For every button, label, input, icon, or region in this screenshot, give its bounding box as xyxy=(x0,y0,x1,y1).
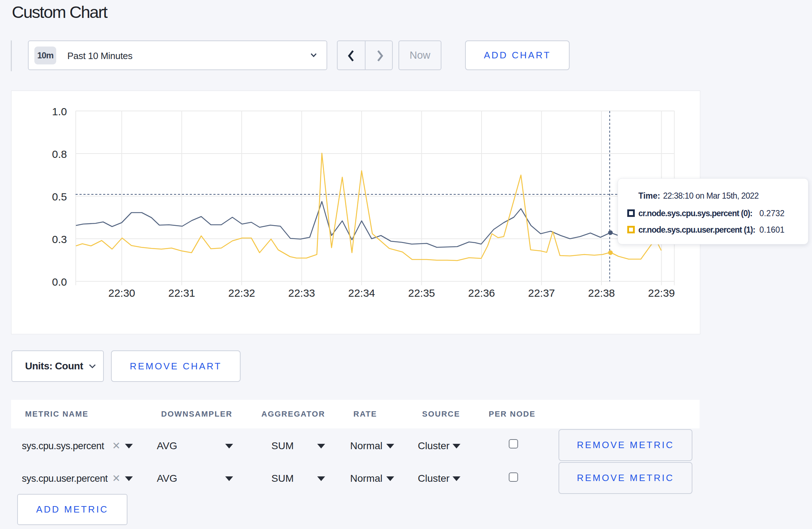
svg-text:0.5: 0.5 xyxy=(52,191,67,203)
svg-text:22:36: 22:36 xyxy=(468,287,495,299)
svg-text:22:38: 22:38 xyxy=(588,287,615,299)
svg-text:22:32: 22:32 xyxy=(228,287,255,299)
svg-text:0.3: 0.3 xyxy=(52,233,67,245)
svg-text:22:34: 22:34 xyxy=(348,287,375,299)
svg-text:22:35: 22:35 xyxy=(408,287,435,299)
svg-text:22:30: 22:30 xyxy=(108,287,135,299)
svg-text:22:33: 22:33 xyxy=(288,287,315,299)
svg-text:0.0: 0.0 xyxy=(52,276,67,288)
svg-text:22:39: 22:39 xyxy=(648,287,675,299)
svg-text:22:31: 22:31 xyxy=(168,287,195,299)
svg-text:22:37: 22:37 xyxy=(528,287,555,299)
svg-text:0.8: 0.8 xyxy=(52,148,67,160)
svg-text:1.0: 1.0 xyxy=(52,106,67,117)
